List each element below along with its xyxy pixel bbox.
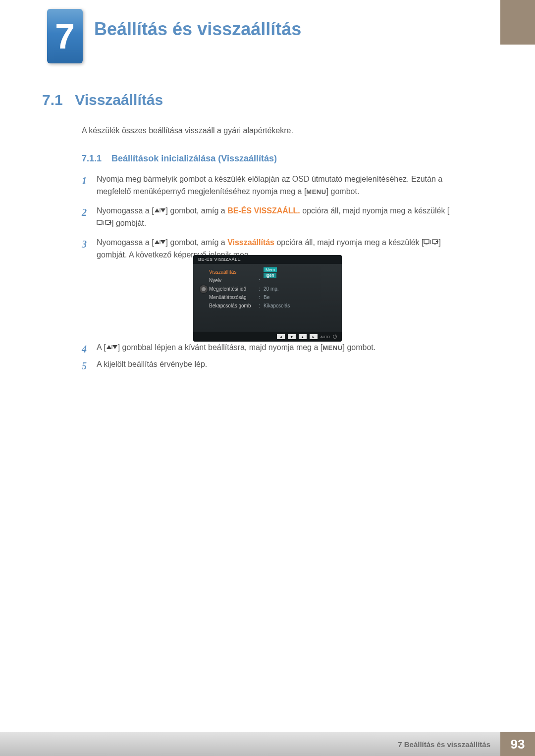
osd-menu: Visszaállítás Nem Igen Nyelv : Megjelení…: [209, 268, 337, 310]
step-number: 1: [82, 173, 97, 198]
svg-marker-18: [107, 345, 111, 349]
step-text: A [] gombbal lépjen a kívánt beállításra…: [97, 342, 458, 357]
osd-auto-label: AUTO: [321, 335, 330, 339]
up-down-icon: [154, 205, 166, 217]
svg-rect-13: [426, 244, 428, 245]
svg-marker-11: [160, 240, 165, 244]
osd-row-label: Menüátlátszóság: [209, 295, 259, 300]
osd-title: BE-ÉS VISSZAÁLL.: [193, 255, 342, 264]
osd-nav-right-icon: ►: [310, 334, 318, 339]
step-text: A kijelölt beállítás érvénybe lép.: [97, 358, 458, 374]
source-switch-icon: [424, 237, 438, 249]
osd-row-label: Visszaállítás: [209, 269, 259, 275]
osd-screenshot: BE-ÉS VISSZAÁLL. Visszaállítás Nem Igen …: [193, 255, 342, 342]
subsection-number: 7.1.1: [82, 153, 102, 163]
menu-key-icon: MENU: [306, 188, 326, 196]
step-number: 3: [82, 237, 97, 261]
section-number: 7.1: [42, 92, 63, 108]
osd-row-value: Be: [264, 295, 269, 300]
step-2: 2 Nyomogassa a [] gombot, amíg a BE-ÉS V…: [82, 205, 458, 230]
svg-marker-0: [155, 208, 160, 212]
up-down-icon: [154, 237, 166, 249]
osd-row-value: Kikapcsolás: [264, 303, 290, 308]
osd-nav-down-icon: ▼: [288, 334, 296, 339]
osd-side-icon: [198, 268, 209, 310]
subsection-title: Beállítások inicializálása (Visszaállítá…: [111, 153, 277, 163]
svg-rect-5: [104, 221, 104, 225]
osd-row-value: 20 mp.: [264, 286, 279, 292]
svg-rect-3: [97, 220, 102, 224]
osd-row: Menüátlátszóság : Be: [209, 293, 337, 302]
footer-chapter-ref: 7 Beállítás és visszaállítás: [0, 732, 500, 756]
osd-value-highlight: Nem: [264, 267, 277, 272]
osd-row-label: Nyelv: [209, 278, 259, 283]
osd-footer: ◄ ▼ ▲ ► AUTO: [193, 332, 342, 342]
svg-rect-1: [160, 208, 160, 212]
section-heading: 7.1 Visszaállítás: [42, 92, 163, 108]
step-5: 5 A kijelölt beállítás érvénybe lép.: [82, 358, 458, 381]
page-number: 93: [500, 732, 535, 756]
svg-rect-12: [424, 240, 429, 244]
svg-marker-2: [160, 208, 165, 212]
section-title: Visszaállítás: [75, 92, 163, 108]
chapter-badge: 7: [47, 9, 83, 63]
osd-row-label: Bekapcsolás gomb: [209, 303, 259, 308]
osd-row-label: Megjelenítési idő: [209, 286, 259, 292]
svg-rect-4: [99, 224, 101, 225]
chapter-number: 7: [55, 16, 75, 56]
osd-value-dim: Igen: [264, 273, 276, 278]
top-right-accent: [500, 0, 535, 45]
svg-rect-10: [160, 240, 160, 244]
menu-key-icon: MENU: [322, 344, 342, 352]
option-highlight: BE-ÉS VISSZAÁLL.: [227, 206, 300, 215]
osd-body: Visszaállítás Nem Igen Nyelv : Megjelení…: [193, 264, 342, 312]
gear-icon: [200, 285, 208, 293]
osd-nav-up-icon: ▲: [299, 334, 307, 339]
osd-row-selected: Visszaállítás Nem Igen: [209, 268, 337, 276]
svg-rect-19: [111, 345, 112, 349]
option-highlight: Visszaállítás: [227, 238, 274, 247]
up-down-icon: [106, 342, 118, 354]
source-switch-icon: [97, 217, 111, 230]
power-icon: [333, 335, 337, 339]
page-footer: 7 Beállítás és visszaállítás 93: [0, 732, 535, 756]
osd-nav-left-icon: ◄: [277, 334, 285, 339]
osd-row: Megjelenítési idő : 20 mp.: [209, 285, 337, 293]
step-number: 4: [82, 342, 97, 357]
osd-row: Nyelv :: [209, 276, 337, 285]
step-1: 1 Nyomja meg bármelyik gombot a készülék…: [82, 173, 458, 198]
osd-row: Bekapcsolás gomb : Kikapcsolás: [209, 302, 337, 310]
svg-rect-16: [434, 244, 436, 245]
svg-rect-14: [430, 240, 431, 244]
step-text: Nyomja meg bármelyik gombot a készülék e…: [97, 173, 458, 198]
step-number: 2: [82, 205, 97, 230]
steps-list: 1 Nyomja meg bármelyik gombot a készülék…: [82, 173, 458, 268]
section-intro: A készülék összes beállítása visszaáll a…: [82, 126, 293, 135]
svg-marker-9: [155, 240, 160, 244]
step-number: 5: [82, 358, 97, 374]
subsection-heading: 7.1.1 Beállítások inicializálása (Vissza…: [82, 153, 277, 164]
svg-rect-7: [107, 224, 109, 225]
chapter-title: Beállítás és visszaállítás: [94, 19, 301, 40]
step-text: Nyomogassa a [] gombot, amíg a BE-ÉS VIS…: [97, 205, 458, 230]
svg-marker-20: [112, 345, 117, 349]
